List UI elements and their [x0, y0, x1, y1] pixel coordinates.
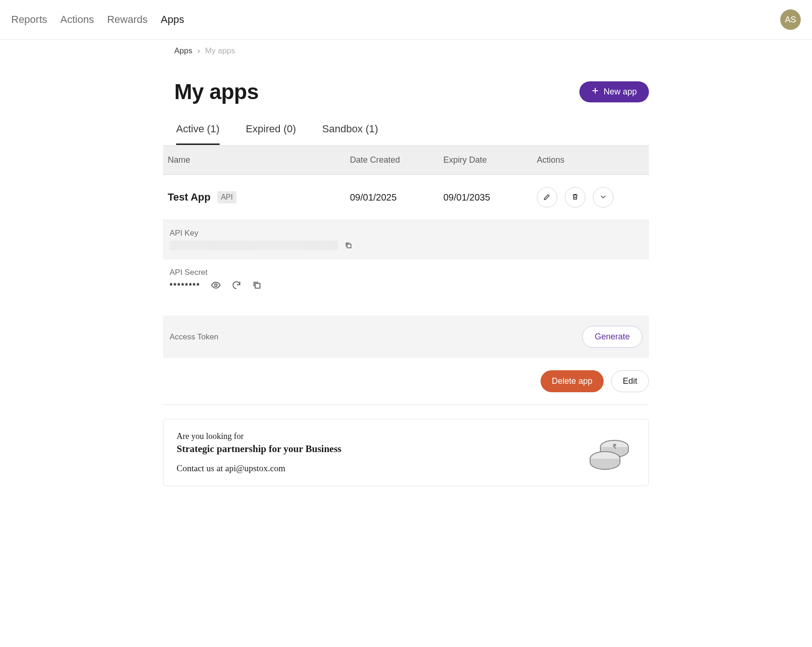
row-actions [537, 187, 644, 208]
tabs: Active (1) Expired (0) Sandbox (1) [163, 123, 649, 145]
chevron-down-icon [599, 193, 607, 202]
api-key-label: API Key [170, 229, 642, 238]
col-actions: Actions [537, 155, 644, 165]
nav-reports[interactable]: Reports [11, 14, 47, 26]
nav-rewards[interactable]: Rewards [107, 14, 148, 26]
promo-line3: Contact us at api@upstox.com [177, 463, 342, 474]
app-name: Test App [168, 191, 211, 203]
col-created: Date Created [350, 155, 443, 165]
new-app-label: New app [604, 87, 637, 97]
table-row: Test App API 09/01/2025 09/01/2035 [163, 175, 649, 220]
nav-apps[interactable]: Apps [161, 14, 184, 26]
delete-row-button[interactable] [565, 187, 585, 208]
nav-actions[interactable]: Actions [60, 14, 94, 26]
top-nav: Reports Actions Rewards Apps AS [0, 0, 812, 40]
promo-line1: Are you looking for [177, 431, 342, 441]
app-name-cell: Test App API [168, 191, 350, 203]
eye-icon [211, 280, 221, 292]
api-secret-section: API Secret ******** [163, 259, 649, 302]
pencil-icon [543, 193, 551, 202]
footer-actions: Delete app Edit [163, 358, 649, 405]
svg-text:₹: ₹ [613, 443, 617, 450]
table-header: Name Date Created Expiry Date Actions [163, 145, 649, 175]
expand-row-button[interactable] [593, 187, 613, 208]
generate-token-button[interactable]: Generate [582, 326, 642, 348]
api-key-section: API Key [163, 220, 649, 259]
edit-row-button[interactable] [537, 187, 557, 208]
api-badge: API [217, 191, 237, 203]
coins-icon: ₹ [579, 433, 635, 472]
edit-app-button[interactable]: Edit [611, 370, 649, 392]
nav-links: Reports Actions Rewards Apps [11, 14, 184, 26]
access-token-label: Access Token [170, 332, 219, 342]
trash-icon [571, 193, 579, 202]
regenerate-secret-button[interactable] [231, 280, 242, 292]
api-key-value [170, 241, 338, 250]
tab-expired[interactable]: Expired (0) [246, 123, 296, 145]
page-header: My apps New app [163, 60, 649, 123]
svg-rect-0 [347, 244, 351, 248]
api-secret-label: API Secret [170, 268, 642, 277]
breadcrumb-sep: › [197, 46, 200, 55]
plus-icon [591, 87, 599, 97]
refresh-icon [231, 280, 242, 292]
expiry-date: 09/01/2035 [443, 192, 537, 203]
svg-rect-2 [255, 283, 260, 288]
copy-icon [252, 280, 262, 292]
promo-line2: Strategic partnership for your Business [177, 443, 342, 455]
avatar[interactable]: AS [780, 9, 801, 30]
breadcrumb: Apps › My apps [163, 40, 649, 60]
reveal-secret-button[interactable] [211, 280, 221, 292]
copy-secret-button[interactable] [252, 280, 262, 292]
col-expiry: Expiry Date [443, 155, 537, 165]
copy-api-key-button[interactable] [344, 241, 353, 250]
tab-sandbox[interactable]: Sandbox (1) [322, 123, 378, 145]
delete-app-button[interactable]: Delete app [541, 370, 604, 392]
tab-active[interactable]: Active (1) [176, 123, 220, 145]
breadcrumb-parent[interactable]: Apps [174, 46, 192, 55]
breadcrumb-current: My apps [205, 46, 235, 55]
svg-point-1 [214, 284, 217, 287]
api-secret-value: ******** [170, 282, 200, 290]
col-name: Name [168, 155, 350, 165]
access-token-section: Access Token Generate [163, 316, 649, 358]
new-app-button[interactable]: New app [579, 81, 649, 102]
page-title: My apps [174, 79, 259, 104]
promo-card: Are you looking for Strategic partnershi… [163, 419, 649, 486]
date-created: 09/01/2025 [350, 192, 443, 203]
promo-text: Are you looking for Strategic partnershi… [177, 431, 342, 474]
